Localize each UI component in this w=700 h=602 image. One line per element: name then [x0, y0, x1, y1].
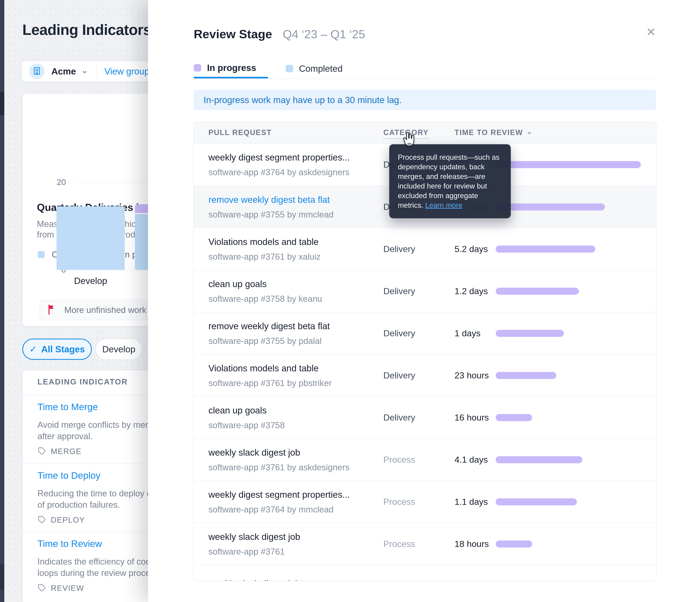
pr-category: Process [383, 455, 454, 465]
pr-category: Process [383, 539, 454, 549]
pr-subtitle: software-app #3761 by pbstriker [208, 378, 383, 388]
pr-time: 18 hours [454, 539, 496, 549]
pr-title-cell: weekly digest segment properties... soft… [208, 152, 383, 177]
pr-time: 1.2 days [454, 286, 496, 296]
pr-category: Delivery [383, 286, 454, 296]
rail-bottom-segment[interactable] [0, 565, 4, 590]
pr-subtitle: software-app #3761 by askdesigners [208, 463, 383, 472]
learn-more-link[interactable]: Learn more [425, 201, 462, 209]
tag-icon [38, 515, 46, 525]
tab-swatch-in-progress [194, 64, 201, 72]
pr-subtitle: software-app #3761 [208, 547, 383, 556]
pr-time: 16 hours [454, 413, 496, 423]
table-row[interactable]: Violations models and table software-app… [194, 354, 656, 396]
tooltip-text: Process pull requests—such as dependency… [398, 153, 499, 209]
sort-chevron-down-icon: ⌄ [526, 127, 533, 136]
indicator-tag-label: MERGE [51, 447, 81, 456]
modal-tabs: In progress Completed [194, 59, 656, 79]
bar-segment-completed [56, 206, 125, 270]
y-tick-20: 20 [42, 178, 66, 187]
pr-title[interactable]: weekly slack digest job [208, 447, 383, 458]
pr-title-cell: Violations models and table software-app… [208, 237, 383, 262]
filter-pill-develop[interactable]: Develop [96, 339, 142, 360]
lag-info-banner: In-progress work may have up to a 30 min… [194, 90, 656, 110]
pr-title[interactable]: remove weekly digest beta flat [208, 194, 383, 205]
rail-active-segment[interactable] [0, 92, 4, 115]
pr-bar-cell [496, 203, 656, 210]
pr-category: Delivery [383, 244, 454, 254]
chart-bar[interactable] [56, 206, 125, 270]
org-name[interactable]: Acme [51, 66, 76, 77]
column-header-pull-request[interactable]: PULL REQUEST [208, 128, 383, 137]
pr-title-cell: remove weekly digest beta flat software-… [208, 194, 383, 219]
pr-title[interactable]: Violations models and table [208, 363, 383, 373]
org-avatar [29, 63, 45, 79]
pr-bar [496, 245, 595, 253]
tab-completed[interactable]: Completed [286, 59, 354, 78]
table-row[interactable]: Violations models and table software-app… [194, 228, 656, 270]
pr-subtitle: software-app #3758 by keanu [208, 294, 383, 304]
pr-title-cell: weekly slack digest job software-app #37… [208, 447, 383, 472]
table-row[interactable]: clean up goals software-app #3758 by kea… [194, 270, 656, 312]
leading-indicator-header: LEADING INDICATOR [38, 377, 128, 386]
modal-title: Review Stage [194, 27, 272, 41]
pr-time: 23 hours [454, 370, 496, 381]
pr-subtitle: software-app #3764 by mmclead [208, 505, 383, 515]
pr-bar-cell [496, 414, 656, 421]
pr-title[interactable]: weekly slack digest job [208, 531, 383, 542]
table-row[interactable]: weekly slack digest job software-app #37… [194, 438, 656, 480]
pr-bar-cell [496, 288, 656, 295]
pr-subtitle: software-app #3755 by mmclead [208, 210, 383, 219]
pr-time: 1.1 days [454, 497, 496, 507]
pr-title-cell: remove weekly digest beta flat software-… [208, 321, 383, 346]
table-row[interactable]: weekly slack digest job [194, 565, 656, 581]
flag-icon [47, 305, 56, 315]
review-stage-modal: Review Stage Q4 ‘23 – Q1 ‘25 ✕ In progre… [148, 0, 700, 602]
pr-title[interactable]: clean up goals [208, 405, 383, 416]
filter-pill-label: All Stages [41, 344, 85, 355]
hand-pointer-cursor [401, 131, 417, 149]
pr-bar [496, 541, 532, 548]
modal-date-range: Q4 ‘23 – Q1 ‘25 [283, 27, 365, 41]
pr-title[interactable]: clean up goals [208, 279, 383, 289]
close-icon[interactable]: ✕ [642, 23, 660, 41]
tab-in-progress[interactable]: In progress [194, 59, 268, 78]
pr-title[interactable]: Violations models and table [208, 237, 383, 247]
pr-title[interactable]: weekly digest segment properties... [208, 489, 383, 500]
pr-bar [496, 372, 556, 379]
chevron-down-icon[interactable]: ⌄ [81, 65, 88, 75]
left-nav-rail[interactable] [0, 0, 4, 602]
table-row[interactable]: weekly slack digest job software-app #37… [194, 523, 656, 565]
pr-bar [496, 414, 532, 421]
column-header-time-to-review[interactable]: TIME TO REVIEW ⌄ [454, 128, 533, 137]
pr-bar [496, 161, 641, 168]
table-row[interactable]: remove weekly digest beta flat software-… [194, 312, 656, 354]
page-title: Leading Indicators [22, 21, 151, 38]
pr-title[interactable]: remove weekly digest beta flat [208, 321, 383, 331]
pr-bar-cell [496, 541, 656, 548]
tag-icon [38, 447, 46, 456]
pr-category: Delivery [383, 328, 454, 338]
pr-bar [496, 288, 579, 295]
table-row[interactable]: weekly digest segment properties... soft… [194, 480, 656, 523]
pr-bar [496, 456, 582, 463]
filter-pill-label: Develop [102, 344, 135, 355]
view-group-link[interactable]: View group [104, 66, 149, 77]
pr-bar-cell [496, 330, 656, 337]
column-header-category[interactable]: CATEGORY [383, 128, 454, 137]
pr-title-cell: clean up goals software-app #3758 by kea… [208, 279, 383, 304]
pr-title[interactable]: weekly digest segment properties... [208, 152, 383, 163]
pr-bar-cell [496, 245, 656, 253]
tag-icon [38, 583, 46, 593]
tab-swatch-completed [286, 65, 293, 72]
table-row[interactable]: clean up goals software-app #3758 Delive… [194, 396, 656, 438]
tab-label: In progress [207, 62, 256, 73]
pr-category: Process [383, 497, 454, 507]
filter-pill-all-stages[interactable]: ✓ All Stages [22, 339, 92, 360]
pr-bar-cell [496, 456, 656, 463]
pr-title[interactable]: weekly slack digest job [208, 578, 383, 581]
divider [96, 65, 97, 78]
pr-subtitle: software-app #3755 by pdalal [208, 336, 383, 346]
modal-header: Review Stage Q4 ‘23 – Q1 ‘25 [194, 27, 365, 41]
pr-title-cell: weekly slack digest job [208, 578, 383, 581]
